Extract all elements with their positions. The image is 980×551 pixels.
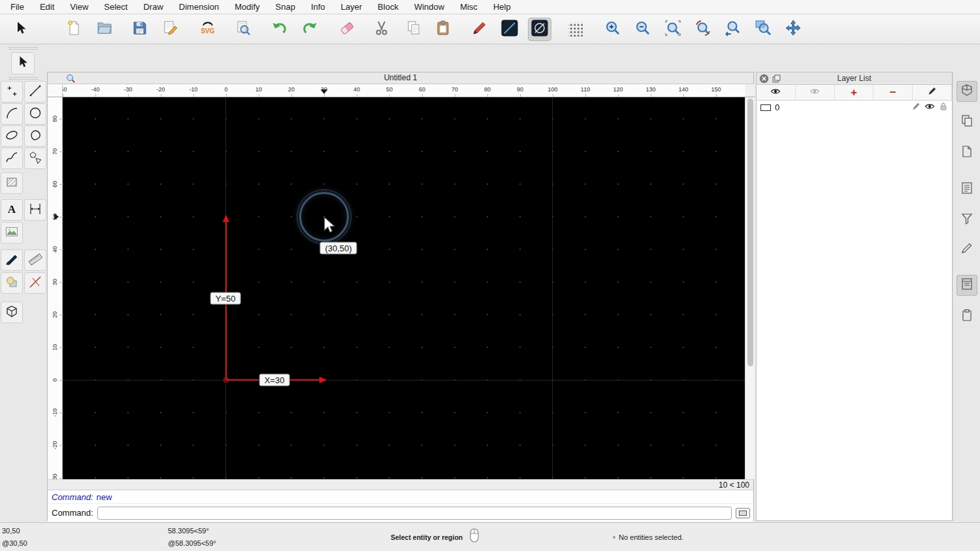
- menu-item-misc[interactable]: Misc: [460, 0, 485, 14]
- arc-tool[interactable]: [1, 103, 23, 125]
- vertical-scrollbar[interactable]: [745, 97, 755, 479]
- vertical-scrollbar-thumb[interactable]: [747, 99, 753, 366]
- zoom-out-button[interactable]: [631, 18, 655, 41]
- pen-button[interactable]: [468, 18, 491, 41]
- selection-filter-toggle[interactable]: [956, 210, 977, 230]
- command-history-value: new: [97, 492, 112, 502]
- zoom-in-button[interactable]: [601, 18, 625, 41]
- remove-layer-button[interactable]: −: [874, 85, 913, 100]
- undo-button[interactable]: [268, 18, 291, 41]
- command-widget-toggle[interactable]: [956, 275, 977, 296]
- menu-item-info[interactable]: Info: [311, 0, 333, 14]
- points-tool[interactable]: [1, 81, 23, 102]
- command-row: Command:: [48, 503, 753, 522]
- attributes-brush-tool[interactable]: [1, 249, 23, 271]
- solid-box-tool[interactable]: [1, 302, 23, 323]
- v-ruler-label: 80: [52, 116, 58, 122]
- menu-item-block[interactable]: Block: [378, 0, 406, 14]
- menu-item-file[interactable]: File: [10, 0, 32, 14]
- zoom-redraw-button[interactable]: [691, 18, 715, 41]
- add-layer-button[interactable]: +: [835, 85, 874, 100]
- menu-item-select[interactable]: Select: [104, 0, 135, 14]
- measure-tool[interactable]: [24, 249, 46, 271]
- library-browser-toggle[interactable]: [956, 112, 977, 133]
- zoom-previous-button[interactable]: [721, 18, 745, 41]
- menu-item-view[interactable]: View: [70, 0, 96, 14]
- spline-tool[interactable]: [24, 125, 46, 147]
- ellipse-tool[interactable]: [1, 125, 23, 147]
- modify-layer-button[interactable]: [913, 85, 952, 100]
- palette-drag-handle[interactable]: [9, 77, 38, 80]
- zoom-window-button[interactable]: [751, 18, 775, 41]
- layer-color-swatch[interactable]: [760, 104, 771, 111]
- pen-palette-toggle[interactable]: [956, 239, 977, 260]
- redo-button[interactable]: [298, 18, 321, 41]
- eraser-button[interactable]: [335, 18, 359, 41]
- block-list-toggle[interactable]: [956, 81, 977, 102]
- zoom-auto-button[interactable]: [661, 18, 685, 41]
- redo-icon: [301, 19, 319, 40]
- entity-list-toggle[interactable]: [956, 179, 977, 200]
- h-ruler-label: 50: [386, 86, 393, 93]
- order-tool[interactable]: [1, 272, 23, 294]
- v-ruler-label: 60: [52, 181, 58, 187]
- v-ruler-label: 0: [52, 378, 58, 381]
- command-toggle-button[interactable]: [736, 508, 750, 518]
- menu-item-help[interactable]: Help: [493, 0, 519, 14]
- ruler-row: -50-40-30-20-100102030405060708090100110…: [48, 84, 753, 97]
- polygon-tool[interactable]: [24, 148, 46, 169]
- menu-item-dimension[interactable]: Dimension: [179, 0, 227, 14]
- hatch-tool[interactable]: [1, 172, 23, 194]
- paste-button[interactable]: [432, 18, 455, 41]
- polyline-tool[interactable]: [1, 148, 23, 169]
- image-tool[interactable]: [1, 222, 23, 244]
- line-attributes-button[interactable]: [498, 18, 521, 41]
- palette-select-button[interactable]: [11, 52, 35, 74]
- sheet-panel-toggle[interactable]: [956, 142, 977, 163]
- menu-item-snap[interactable]: Snap: [276, 0, 303, 14]
- palette-drag-handle[interactable]: [9, 47, 38, 50]
- save-button[interactable]: [128, 18, 152, 41]
- dimension-tool[interactable]: [24, 199, 46, 221]
- export-svg-button[interactable]: SVG: [196, 18, 220, 41]
- points-icon: [5, 84, 19, 101]
- menu-item-modify[interactable]: Modify: [235, 0, 267, 14]
- menu-item-layer[interactable]: Layer: [341, 0, 370, 14]
- circle-tool-button[interactable]: [528, 18, 551, 41]
- selection-status: No entities selected.: [619, 533, 683, 541]
- hide-all-layers-button[interactable]: [796, 85, 835, 100]
- layer-row[interactable]: 0: [757, 101, 952, 114]
- print-preview-icon: [235, 20, 252, 39]
- circle-tool-palette[interactable]: [24, 103, 46, 125]
- pan-button[interactable]: [781, 18, 805, 41]
- menu-item-draw[interactable]: Draw: [143, 0, 171, 14]
- text-tool[interactable]: A: [1, 199, 23, 221]
- copy-button[interactable]: [402, 18, 425, 41]
- grid-toggle-button[interactable]: [564, 18, 587, 41]
- print-preview-button[interactable]: [231, 18, 255, 41]
- command-input[interactable]: [97, 507, 732, 520]
- v-ruler-label: 50: [52, 213, 58, 220]
- new-document-button[interactable]: [62, 18, 86, 41]
- polyline-icon: [5, 150, 19, 167]
- select-tool-button[interactable]: [9, 18, 33, 41]
- layer-lock-icon[interactable]: [939, 102, 948, 113]
- drawing-canvas[interactable]: Y=50 X=30 (30,50): [63, 97, 745, 479]
- save-as-button[interactable]: [159, 18, 182, 41]
- horizontal-scrollbar[interactable]: 10 < 100: [48, 479, 753, 490]
- image-icon: [5, 225, 19, 242]
- clipboard-panel-toggle[interactable]: [956, 306, 977, 327]
- menu-item-window[interactable]: Window: [414, 0, 452, 14]
- open-button[interactable]: [93, 18, 116, 41]
- construction-line-tool[interactable]: [24, 272, 46, 294]
- show-all-layers-button[interactable]: [757, 85, 796, 100]
- menu-item-edit[interactable]: Edit: [40, 0, 62, 14]
- plus-icon: +: [851, 87, 857, 98]
- cut-button[interactable]: [370, 18, 393, 41]
- svg-icon: SVG: [199, 20, 216, 39]
- document-titlebar[interactable]: Untitled 1: [48, 72, 753, 84]
- layer-edit-pen-icon[interactable]: [911, 102, 921, 113]
- layer-visibility-eye-icon[interactable]: [924, 101, 935, 114]
- line-tool[interactable]: [24, 81, 46, 102]
- ruler-corner-right: [745, 84, 755, 97]
